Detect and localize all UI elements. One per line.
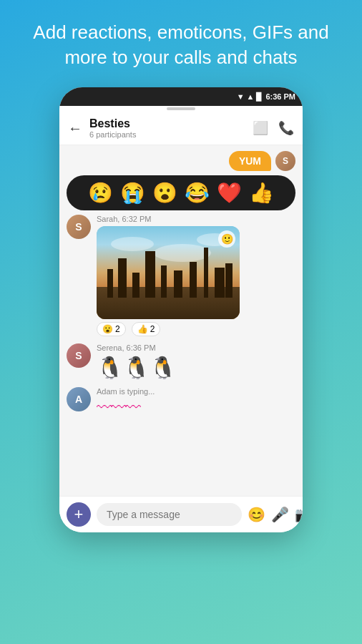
photo-reactions: 😮 2 👍 2	[97, 322, 295, 336]
status-time: 6:36 PM	[265, 92, 295, 101]
reaction-laugh[interactable]: 😂	[185, 181, 210, 205]
typing-wave: 〰〰〰	[97, 399, 295, 417]
serena-avatar: S	[67, 343, 91, 368]
battery-icon: ▉	[256, 92, 262, 102]
reaction-sad[interactable]: 😢	[88, 181, 113, 205]
sarah-name-time: Sarah, 6:32 PM	[97, 215, 295, 223]
wow-emoji: 😮	[102, 324, 113, 334]
photo-message[interactable]: 🙂	[97, 226, 240, 319]
emoji-button[interactable]: 😊	[248, 506, 265, 523]
notch-bar	[59, 106, 303, 112]
adam-avatar: A	[67, 387, 91, 411]
wifi-icon: ▲	[247, 92, 255, 101]
wow-reaction-pill[interactable]: 😮 2	[97, 322, 126, 336]
chat-subtitle: 6 participants	[89, 130, 253, 139]
photo-react-button[interactable]: 🙂	[218, 230, 235, 248]
adam-content: Adam is typing... 〰〰〰	[97, 387, 295, 417]
sarah-content: Sarah, 6:32 PM	[97, 215, 295, 336]
reaction-thumbsup[interactable]: 👍	[249, 181, 274, 205]
reaction-heart[interactable]: ❤️	[217, 181, 242, 205]
phone-frame: ▼ ▲ ▉ 6:36 PM ← Besties 6 participants ⬜…	[59, 87, 303, 532]
yum-message-row: YUM S	[67, 151, 295, 171]
notch-pill	[167, 107, 195, 110]
serena-content: Serena, 6:36 PM 🐧🐧🐧	[97, 343, 295, 380]
input-bar: + 😊 🎤 📷	[59, 496, 303, 532]
yum-bubble: YUM	[229, 151, 271, 171]
status-icons: ▼ ▲ ▉	[237, 92, 263, 102]
user-avatar: S	[275, 151, 295, 171]
reaction-wow[interactable]: 😮	[152, 181, 177, 205]
header-info: Besties 6 participants	[89, 117, 253, 139]
camera-button[interactable]: 📷	[295, 506, 303, 523]
header-actions: ⬜ 📞	[253, 120, 294, 136]
mic-button[interactable]: 🎤	[271, 506, 289, 523]
adam-typing-label: Adam is typing...	[97, 387, 295, 396]
thumbsup-emoji: 👍	[137, 324, 148, 334]
add-button[interactable]: +	[67, 502, 91, 527]
video-call-icon[interactable]: ⬜	[253, 120, 268, 136]
back-button[interactable]: ←	[68, 120, 82, 137]
chat-area: YUM S 😢 😭 😮 😂 ❤️ 👍 S Sarah, 6:32 PM	[59, 145, 303, 496]
sarah-avatar: S	[67, 215, 91, 239]
app-header: ← Besties 6 participants ⬜ 📞	[59, 112, 303, 145]
voice-call-icon[interactable]: 📞	[278, 120, 294, 136]
reaction-cry[interactable]: 😭	[120, 181, 145, 205]
chat-title: Besties	[89, 117, 253, 130]
serena-stickers: 🐧🐧🐧	[97, 355, 295, 380]
adam-typing-row: A Adam is typing... 〰〰〰	[67, 387, 295, 417]
thumbsup-reaction-pill[interactable]: 👍 2	[132, 322, 161, 336]
message-input[interactable]	[97, 503, 242, 526]
hero-title: Add reactions, emoticons, GIFs and more …	[0, 0, 362, 87]
thumbsup-count: 2	[150, 324, 155, 334]
reaction-bar[interactable]: 😢 😭 😮 😂 ❤️ 👍	[67, 175, 295, 210]
serena-message-row: S Serena, 6:36 PM 🐧🐧🐧	[67, 343, 295, 380]
wow-count: 2	[115, 324, 120, 334]
signal-icon: ▼	[237, 92, 245, 101]
sarah-message-row: S Sarah, 6:32 PM	[67, 215, 295, 336]
serena-name-time: Serena, 6:36 PM	[97, 343, 295, 352]
status-bar: ▼ ▲ ▉ 6:36 PM	[59, 87, 303, 106]
